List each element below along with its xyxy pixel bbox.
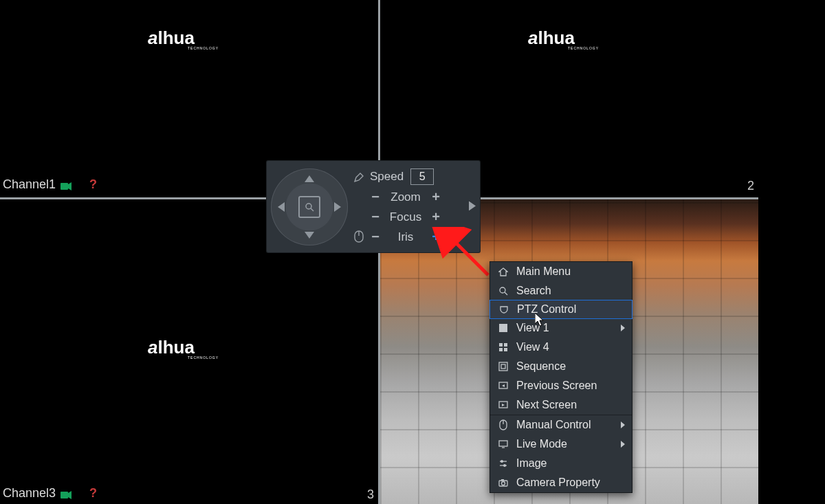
svg-line-11 bbox=[311, 208, 314, 211]
sliders-icon bbox=[497, 459, 509, 468]
menu-main-menu[interactable]: Main Menu bbox=[490, 262, 632, 281]
svg-rect-19 bbox=[499, 324, 507, 332]
status-unknown-icon: ? bbox=[89, 177, 97, 192]
menu-label: Image bbox=[516, 457, 547, 470]
right-blank-area bbox=[758, 0, 825, 504]
svg-text:TECHNOLOGY: TECHNOLOGY bbox=[188, 46, 219, 50]
next-screen-icon bbox=[497, 400, 509, 410]
menu-label: Manual Control bbox=[516, 419, 591, 431]
svg-text:alhua: alhua bbox=[148, 28, 195, 48]
context-menu: Main Menu Search PTZ Control View 1 View… bbox=[490, 261, 632, 493]
ptz-right-button[interactable] bbox=[334, 202, 341, 212]
svg-point-35 bbox=[500, 460, 503, 463]
focus-label: Focus bbox=[388, 210, 424, 224]
camera-icon bbox=[60, 182, 72, 190]
speed-input[interactable] bbox=[410, 168, 434, 185]
menu-view-1[interactable]: View 1 bbox=[490, 318, 632, 338]
ptz-panel: Speed − Zoom + − Focus + − Iris + bbox=[267, 161, 480, 252]
menu-label: Camera Property bbox=[516, 476, 600, 489]
ptz-center-button[interactable] bbox=[298, 196, 320, 218]
svg-rect-2 bbox=[60, 183, 68, 190]
focus-plus-button[interactable]: + bbox=[430, 209, 441, 225]
ptz-icon bbox=[498, 305, 510, 314]
ptz-dpad bbox=[271, 168, 348, 245]
status-unknown-icon: ? bbox=[89, 486, 97, 501]
channel-number: 3 bbox=[367, 487, 374, 502]
svg-text:alhua: alhua bbox=[528, 28, 575, 48]
iris-plus-button[interactable]: + bbox=[430, 229, 441, 245]
ptz-expand-button[interactable] bbox=[469, 201, 476, 212]
svg-rect-22 bbox=[499, 348, 503, 351]
menu-label: Main Menu bbox=[516, 265, 571, 278]
ptz-down-button[interactable] bbox=[305, 232, 314, 239]
menu-label: Live Mode bbox=[516, 438, 567, 450]
svg-text:TECHNOLOGY: TECHNOLOGY bbox=[188, 355, 219, 360]
menu-search[interactable]: Search bbox=[490, 281, 632, 300]
brand-logo: alhua TECHNOLOGY bbox=[148, 28, 230, 51]
svg-rect-23 bbox=[504, 348, 507, 351]
view1-icon bbox=[497, 323, 509, 333]
zoom-plus-button[interactable]: + bbox=[430, 189, 441, 205]
svg-rect-24 bbox=[499, 362, 507, 371]
svg-line-18 bbox=[505, 292, 507, 295]
brand-logo: alhua TECHNOLOGY bbox=[148, 337, 230, 360]
previous-screen-icon bbox=[497, 381, 509, 391]
zoom-label: Zoom bbox=[388, 190, 424, 204]
svg-rect-20 bbox=[499, 343, 503, 347]
svg-point-37 bbox=[503, 464, 506, 467]
svg-point-39 bbox=[502, 482, 505, 485]
svg-marker-3 bbox=[68, 182, 72, 190]
search-icon bbox=[497, 286, 509, 296]
monitor-icon bbox=[497, 439, 509, 449]
ptz-left-button[interactable] bbox=[278, 202, 285, 212]
svg-text:TECHNOLOGY: TECHNOLOGY bbox=[568, 46, 599, 50]
channel-number: 2 bbox=[747, 179, 754, 193]
submenu-arrow-icon bbox=[621, 325, 625, 331]
svg-marker-29 bbox=[502, 404, 505, 406]
brand-logo: alhua TECHNOLOGY bbox=[528, 28, 610, 51]
magnify-icon bbox=[305, 202, 314, 212]
zoom-minus-button[interactable]: − bbox=[370, 189, 381, 205]
view4-icon bbox=[497, 342, 509, 352]
menu-label: View 4 bbox=[516, 341, 549, 353]
svg-marker-14 bbox=[469, 201, 476, 210]
menu-label: View 1 bbox=[516, 322, 549, 334]
menu-sequence[interactable]: Sequence bbox=[490, 357, 632, 376]
pencil-icon[interactable] bbox=[353, 172, 364, 185]
menu-next-screen[interactable]: Next Screen bbox=[490, 395, 632, 415]
menu-live-mode[interactable]: Live Mode bbox=[490, 435, 632, 454]
menu-camera-property[interactable]: Camera Property bbox=[490, 473, 632, 492]
iris-minus-button[interactable]: − bbox=[370, 229, 381, 245]
menu-manual-control[interactable]: Manual Control bbox=[490, 415, 632, 435]
mouse-icon[interactable] bbox=[354, 230, 364, 245]
submenu-arrow-icon bbox=[621, 421, 625, 428]
speed-label: Speed bbox=[370, 170, 404, 184]
mouse-icon bbox=[497, 419, 509, 430]
svg-rect-40 bbox=[501, 479, 504, 481]
menu-label: Search bbox=[516, 285, 551, 297]
home-icon bbox=[497, 267, 509, 276]
svg-marker-27 bbox=[502, 384, 505, 387]
svg-point-10 bbox=[306, 204, 311, 209]
submenu-arrow-icon bbox=[621, 441, 625, 448]
menu-label: Next Screen bbox=[516, 399, 577, 411]
ptz-up-button[interactable] bbox=[305, 175, 314, 182]
svg-rect-25 bbox=[501, 364, 505, 369]
menu-label: PTZ Control bbox=[517, 303, 576, 316]
menu-previous-screen[interactable]: Previous Screen bbox=[490, 376, 632, 395]
menu-image[interactable]: Image bbox=[490, 454, 632, 473]
menu-label: Sequence bbox=[516, 360, 566, 373]
svg-rect-21 bbox=[504, 343, 507, 347]
focus-minus-button[interactable]: − bbox=[370, 209, 381, 225]
sequence-icon bbox=[497, 362, 509, 371]
camera-icon bbox=[60, 491, 72, 499]
menu-ptz-control[interactable]: PTZ Control bbox=[490, 300, 632, 319]
camera-property-icon bbox=[497, 478, 509, 487]
svg-point-17 bbox=[500, 287, 505, 293]
svg-text:alhua: alhua bbox=[148, 337, 195, 358]
menu-label: Previous Screen bbox=[516, 380, 597, 392]
channel-label: Channel1 bbox=[3, 177, 56, 192]
menu-view-4[interactable]: View 4 bbox=[490, 338, 632, 357]
svg-rect-8 bbox=[60, 492, 68, 498]
iris-label: Iris bbox=[388, 230, 424, 244]
